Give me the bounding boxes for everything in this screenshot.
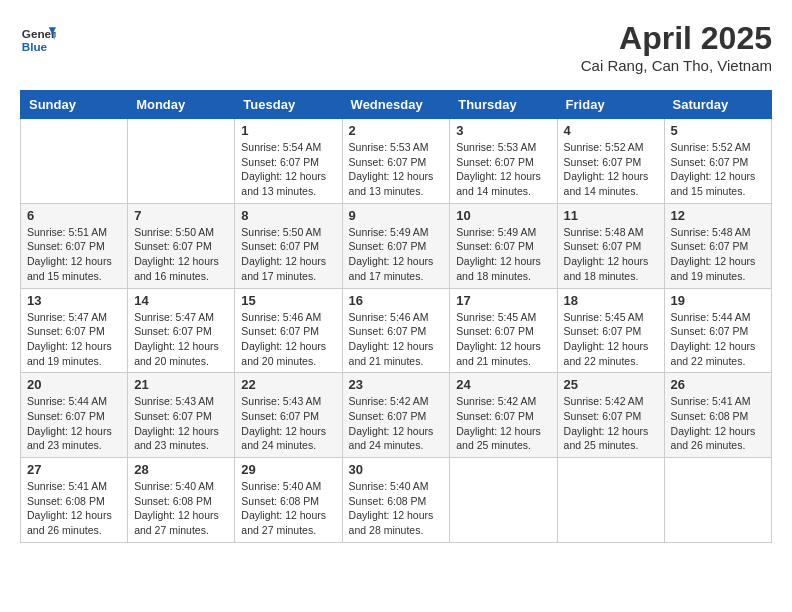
- calendar-cell: 8Sunrise: 5:50 AM Sunset: 6:07 PM Daylig…: [235, 203, 342, 288]
- day-info: Sunrise: 5:44 AM Sunset: 6:07 PM Dayligh…: [671, 310, 765, 369]
- svg-text:Blue: Blue: [22, 40, 48, 53]
- day-info: Sunrise: 5:51 AM Sunset: 6:07 PM Dayligh…: [27, 225, 121, 284]
- day-info: Sunrise: 5:40 AM Sunset: 6:08 PM Dayligh…: [241, 479, 335, 538]
- calendar-cell: 19Sunrise: 5:44 AM Sunset: 6:07 PM Dayli…: [664, 288, 771, 373]
- day-info: Sunrise: 5:53 AM Sunset: 6:07 PM Dayligh…: [456, 140, 550, 199]
- day-info: Sunrise: 5:45 AM Sunset: 6:07 PM Dayligh…: [564, 310, 658, 369]
- calendar-cell: 24Sunrise: 5:42 AM Sunset: 6:07 PM Dayli…: [450, 373, 557, 458]
- day-number: 15: [241, 293, 335, 308]
- calendar-cell: [450, 458, 557, 543]
- calendar-cell: 17Sunrise: 5:45 AM Sunset: 6:07 PM Dayli…: [450, 288, 557, 373]
- calendar-week-row: 1Sunrise: 5:54 AM Sunset: 6:07 PM Daylig…: [21, 119, 772, 204]
- day-number: 8: [241, 208, 335, 223]
- day-number: 3: [456, 123, 550, 138]
- calendar-cell: 23Sunrise: 5:42 AM Sunset: 6:07 PM Dayli…: [342, 373, 450, 458]
- day-number: 29: [241, 462, 335, 477]
- day-number: 11: [564, 208, 658, 223]
- day-info: Sunrise: 5:49 AM Sunset: 6:07 PM Dayligh…: [456, 225, 550, 284]
- day-info: Sunrise: 5:48 AM Sunset: 6:07 PM Dayligh…: [564, 225, 658, 284]
- day-info: Sunrise: 5:41 AM Sunset: 6:08 PM Dayligh…: [27, 479, 121, 538]
- day-number: 6: [27, 208, 121, 223]
- calendar-cell: 3Sunrise: 5:53 AM Sunset: 6:07 PM Daylig…: [450, 119, 557, 204]
- day-info: Sunrise: 5:50 AM Sunset: 6:07 PM Dayligh…: [241, 225, 335, 284]
- calendar-cell: 25Sunrise: 5:42 AM Sunset: 6:07 PM Dayli…: [557, 373, 664, 458]
- calendar-header-row: SundayMondayTuesdayWednesdayThursdayFrid…: [21, 91, 772, 119]
- day-number: 7: [134, 208, 228, 223]
- calendar-cell: 10Sunrise: 5:49 AM Sunset: 6:07 PM Dayli…: [450, 203, 557, 288]
- day-info: Sunrise: 5:44 AM Sunset: 6:07 PM Dayligh…: [27, 394, 121, 453]
- day-number: 26: [671, 377, 765, 392]
- day-info: Sunrise: 5:48 AM Sunset: 6:07 PM Dayligh…: [671, 225, 765, 284]
- day-number: 2: [349, 123, 444, 138]
- day-number: 12: [671, 208, 765, 223]
- day-number: 1: [241, 123, 335, 138]
- day-number: 18: [564, 293, 658, 308]
- day-info: Sunrise: 5:43 AM Sunset: 6:07 PM Dayligh…: [134, 394, 228, 453]
- day-number: 16: [349, 293, 444, 308]
- day-info: Sunrise: 5:40 AM Sunset: 6:08 PM Dayligh…: [349, 479, 444, 538]
- calendar-week-row: 27Sunrise: 5:41 AM Sunset: 6:08 PM Dayli…: [21, 458, 772, 543]
- calendar-day-header: Saturday: [664, 91, 771, 119]
- day-number: 9: [349, 208, 444, 223]
- day-info: Sunrise: 5:46 AM Sunset: 6:07 PM Dayligh…: [241, 310, 335, 369]
- calendar-cell: 29Sunrise: 5:40 AM Sunset: 6:08 PM Dayli…: [235, 458, 342, 543]
- calendar-cell: 21Sunrise: 5:43 AM Sunset: 6:07 PM Dayli…: [128, 373, 235, 458]
- calendar-cell: [557, 458, 664, 543]
- day-info: Sunrise: 5:50 AM Sunset: 6:07 PM Dayligh…: [134, 225, 228, 284]
- day-info: Sunrise: 5:47 AM Sunset: 6:07 PM Dayligh…: [134, 310, 228, 369]
- calendar-week-row: 6Sunrise: 5:51 AM Sunset: 6:07 PM Daylig…: [21, 203, 772, 288]
- calendar-day-header: Friday: [557, 91, 664, 119]
- calendar-cell: 1Sunrise: 5:54 AM Sunset: 6:07 PM Daylig…: [235, 119, 342, 204]
- calendar-week-row: 20Sunrise: 5:44 AM Sunset: 6:07 PM Dayli…: [21, 373, 772, 458]
- calendar-day-header: Monday: [128, 91, 235, 119]
- calendar-cell: 5Sunrise: 5:52 AM Sunset: 6:07 PM Daylig…: [664, 119, 771, 204]
- day-number: 25: [564, 377, 658, 392]
- calendar-cell: 14Sunrise: 5:47 AM Sunset: 6:07 PM Dayli…: [128, 288, 235, 373]
- day-info: Sunrise: 5:40 AM Sunset: 6:08 PM Dayligh…: [134, 479, 228, 538]
- day-info: Sunrise: 5:42 AM Sunset: 6:07 PM Dayligh…: [456, 394, 550, 453]
- calendar-cell: 22Sunrise: 5:43 AM Sunset: 6:07 PM Dayli…: [235, 373, 342, 458]
- calendar-cell: 26Sunrise: 5:41 AM Sunset: 6:08 PM Dayli…: [664, 373, 771, 458]
- day-number: 22: [241, 377, 335, 392]
- calendar-week-row: 13Sunrise: 5:47 AM Sunset: 6:07 PM Dayli…: [21, 288, 772, 373]
- calendar-day-header: Thursday: [450, 91, 557, 119]
- day-number: 21: [134, 377, 228, 392]
- calendar-table: SundayMondayTuesdayWednesdayThursdayFrid…: [20, 90, 772, 543]
- calendar-cell: 2Sunrise: 5:53 AM Sunset: 6:07 PM Daylig…: [342, 119, 450, 204]
- day-info: Sunrise: 5:41 AM Sunset: 6:08 PM Dayligh…: [671, 394, 765, 453]
- calendar-cell: 6Sunrise: 5:51 AM Sunset: 6:07 PM Daylig…: [21, 203, 128, 288]
- day-number: 14: [134, 293, 228, 308]
- day-number: 24: [456, 377, 550, 392]
- calendar-cell: 4Sunrise: 5:52 AM Sunset: 6:07 PM Daylig…: [557, 119, 664, 204]
- calendar-cell: [128, 119, 235, 204]
- calendar-cell: 11Sunrise: 5:48 AM Sunset: 6:07 PM Dayli…: [557, 203, 664, 288]
- day-number: 30: [349, 462, 444, 477]
- logo-icon: General Blue: [20, 20, 56, 56]
- calendar-cell: [21, 119, 128, 204]
- calendar-cell: 30Sunrise: 5:40 AM Sunset: 6:08 PM Dayli…: [342, 458, 450, 543]
- calendar-day-header: Sunday: [21, 91, 128, 119]
- calendar-cell: 15Sunrise: 5:46 AM Sunset: 6:07 PM Dayli…: [235, 288, 342, 373]
- day-info: Sunrise: 5:47 AM Sunset: 6:07 PM Dayligh…: [27, 310, 121, 369]
- calendar-cell: 20Sunrise: 5:44 AM Sunset: 6:07 PM Dayli…: [21, 373, 128, 458]
- calendar-cell: 9Sunrise: 5:49 AM Sunset: 6:07 PM Daylig…: [342, 203, 450, 288]
- day-number: 27: [27, 462, 121, 477]
- day-number: 5: [671, 123, 765, 138]
- calendar-cell: 18Sunrise: 5:45 AM Sunset: 6:07 PM Dayli…: [557, 288, 664, 373]
- calendar-cell: 13Sunrise: 5:47 AM Sunset: 6:07 PM Dayli…: [21, 288, 128, 373]
- day-number: 23: [349, 377, 444, 392]
- calendar-cell: 16Sunrise: 5:46 AM Sunset: 6:07 PM Dayli…: [342, 288, 450, 373]
- day-info: Sunrise: 5:45 AM Sunset: 6:07 PM Dayligh…: [456, 310, 550, 369]
- calendar-cell: 12Sunrise: 5:48 AM Sunset: 6:07 PM Dayli…: [664, 203, 771, 288]
- day-number: 19: [671, 293, 765, 308]
- title-block: April 2025 Cai Rang, Can Tho, Vietnam: [581, 20, 772, 74]
- calendar-cell: 7Sunrise: 5:50 AM Sunset: 6:07 PM Daylig…: [128, 203, 235, 288]
- calendar-cell: [664, 458, 771, 543]
- day-number: 13: [27, 293, 121, 308]
- day-info: Sunrise: 5:42 AM Sunset: 6:07 PM Dayligh…: [564, 394, 658, 453]
- day-info: Sunrise: 5:49 AM Sunset: 6:07 PM Dayligh…: [349, 225, 444, 284]
- day-info: Sunrise: 5:43 AM Sunset: 6:07 PM Dayligh…: [241, 394, 335, 453]
- day-number: 20: [27, 377, 121, 392]
- calendar-cell: 27Sunrise: 5:41 AM Sunset: 6:08 PM Dayli…: [21, 458, 128, 543]
- month-title: April 2025: [581, 20, 772, 57]
